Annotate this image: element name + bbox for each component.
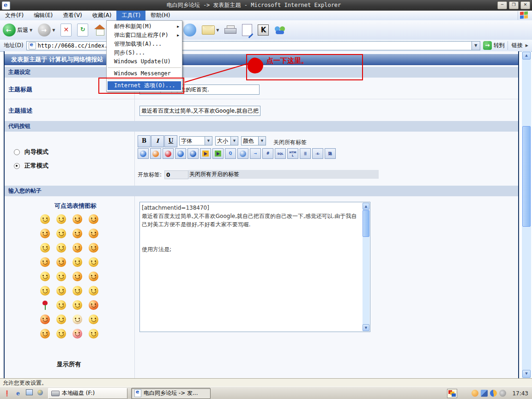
radio-icon[interactable]: [14, 149, 20, 155]
menu-file[interactable]: 文件(F): [0, 11, 29, 20]
mail-quicklaunch-icon[interactable]: [25, 389, 33, 398]
smiley-burn[interactable]: [89, 300, 98, 310]
menu-edit[interactable]: 编辑(E): [29, 11, 58, 20]
ime-indicator-icon[interactable]: [447, 389, 457, 398]
smiley-adore[interactable]: [56, 300, 66, 310]
smiley-stare[interactable]: [56, 272, 66, 281]
k-tool-button[interactable]: K: [256, 22, 270, 38]
code-icon[interactable]: #: [262, 148, 273, 159]
link-icon[interactable]: [138, 148, 149, 159]
smiley-grin[interactable]: [40, 286, 50, 296]
flash-icon[interactable]: [163, 148, 174, 159]
smiley-tongue[interactable]: [56, 214, 66, 224]
italic-button[interactable]: I: [151, 135, 164, 147]
wmp-icon[interactable]: [212, 148, 224, 159]
quote-icon[interactable]: [187, 148, 199, 159]
image-icon[interactable]: [150, 148, 161, 159]
menu-tools[interactable]: 工具(T): [116, 11, 145, 20]
color-select[interactable]: 颜色 ▼: [241, 136, 266, 145]
address-input[interactable]: http://0668.cc/index.php?: [26, 41, 472, 50]
tools-menu-item-popup-blocker[interactable]: 弹出窗口阻止程序(P)▶: [107, 31, 182, 40]
messenger-button[interactable]: [273, 22, 287, 38]
mode-option-wizard[interactable]: 向导模式: [14, 148, 48, 156]
smiley-sneeze[interactable]: [73, 314, 82, 324]
print-button[interactable]: [223, 22, 238, 38]
smiley-cool[interactable]: [89, 272, 98, 281]
textarea-scroll-down-icon[interactable]: ▼: [363, 324, 369, 331]
smiley-blush[interactable]: [56, 257, 66, 267]
smiley-love[interactable]: [73, 329, 82, 339]
page-scrollbar[interactable]: ▲ ▼: [522, 51, 531, 378]
hide-icon[interactable]: 隐: [325, 148, 336, 159]
swf-icon[interactable]: [237, 148, 248, 159]
taskbar-button-local-disk[interactable]: 本地磁盘 (F:): [48, 388, 127, 399]
tray-volume-icon[interactable]: [499, 390, 506, 397]
page-scroll-down-icon[interactable]: ▼: [522, 370, 531, 378]
html-icon[interactable]: HTML: [287, 148, 298, 159]
stop-button[interactable]: ✕: [59, 22, 73, 38]
smiley-hammer[interactable]: [73, 229, 82, 238]
smiley-sob[interactable]: [56, 314, 66, 324]
bold-button[interactable]: B: [138, 135, 151, 147]
smiley-pleased[interactable]: [89, 243, 98, 253]
menu-help[interactable]: 帮助(H): [145, 11, 175, 20]
minimize-button[interactable]: ─: [497, 1, 507, 9]
tools-menu-item-windows-messenger[interactable]: Windows Messenger: [107, 69, 182, 78]
textarea-scrollbar[interactable]: ▲ ▼: [363, 203, 369, 331]
tools-menu-item-manage-addons[interactable]: 管理加载项(A)...: [107, 40, 182, 48]
forward-button[interactable]: → ▼: [36, 22, 56, 38]
sql-icon[interactable]: SQL: [275, 148, 286, 159]
smiley-goggle[interactable]: [89, 257, 98, 267]
back-button[interactable]: ← 后退 ▼: [1, 22, 34, 38]
smiley-panic[interactable]: [40, 272, 50, 281]
smiley-upset[interactable]: [89, 229, 98, 238]
back-dropdown-icon[interactable]: ▼: [30, 28, 32, 32]
smiley-laugh[interactable]: [40, 243, 50, 253]
smiley-shades[interactable]: [56, 286, 66, 296]
smiley-content[interactable]: [56, 329, 66, 339]
show-all-smilies-link[interactable]: 显示所有: [57, 360, 81, 369]
close-button[interactable]: ✕: [520, 1, 530, 9]
desktop-quicklaunch-icon[interactable]: [36, 389, 44, 398]
quicktime-icon[interactable]: Q: [225, 148, 236, 159]
media-icon[interactable]: [200, 148, 211, 159]
tools-menu-item-windows-update[interactable]: Windows Update(U): [107, 57, 182, 66]
smiley-shocked[interactable]: [89, 214, 98, 224]
smiley-frown[interactable]: [40, 257, 50, 267]
smiley-yawn[interactable]: [89, 329, 98, 339]
go-button[interactable]: → 转到: [483, 41, 505, 50]
underline-button[interactable]: U: [164, 135, 177, 147]
close-open-tags-link[interactable]: 关闭所有开启的标签: [188, 170, 379, 179]
mode-option-normal[interactable]: 正常模式: [14, 162, 48, 170]
smiley-happy[interactable]: [73, 243, 82, 253]
smiley-rolleyes[interactable]: [40, 329, 50, 339]
smiley-cry[interactable]: [73, 214, 82, 224]
export-icon[interactable]: →: [250, 148, 261, 159]
close-all-tags-link[interactable]: 关闭所有标签: [273, 139, 307, 146]
mail-dropdown-icon[interactable]: ▼: [216, 28, 219, 32]
smiley-startle[interactable]: [40, 314, 50, 324]
topic-desc-input[interactable]: [139, 106, 260, 116]
size-select[interactable]: 大小 ▼: [215, 136, 238, 145]
smiley-smile[interactable]: [40, 214, 50, 224]
links-button[interactable]: 链接 ▶: [508, 41, 532, 50]
post-textarea[interactable]: [attachmentid=138470] 最近看百度太过简单,又不喜欢Goog…: [139, 202, 370, 332]
radio-icon[interactable]: [14, 163, 20, 169]
tools-menu-item-sync[interactable]: 同步(S)...: [107, 48, 182, 57]
strike-icon[interactable]: -S-: [312, 148, 323, 159]
smiley-tease[interactable]: [73, 286, 82, 296]
smiley-beam[interactable]: [89, 286, 98, 296]
numbered-list-icon[interactable]: [175, 148, 186, 159]
taskbar-button-forum-window[interactable]: 电白同乡论坛 -> 发...: [131, 388, 211, 399]
tools-menu-item-mail-news[interactable]: 邮件和新闻(M)▶: [107, 22, 182, 31]
mail-button[interactable]: ▼: [200, 22, 220, 38]
edit-button[interactable]: [241, 22, 254, 38]
tray-swirl-icon[interactable]: [490, 390, 497, 397]
page-scroll-thumb[interactable]: [522, 126, 531, 227]
smiley-struggle[interactable]: [56, 229, 66, 238]
smiley-fierce[interactable]: [73, 272, 82, 281]
smiley-rose[interactable]: [40, 300, 50, 310]
smiley-pale[interactable]: [89, 314, 98, 324]
smiley-gasp[interactable]: [73, 257, 82, 267]
tray-windows-icon[interactable]: [481, 390, 488, 397]
